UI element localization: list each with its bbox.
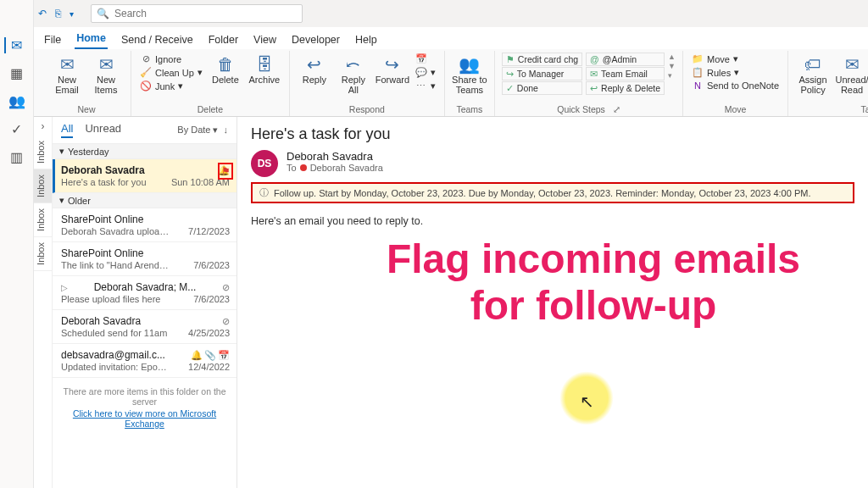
policy-icon: 🏷	[804, 54, 821, 75]
junk-button[interactable]: 🚫Junk ▾	[138, 80, 204, 92]
tab-developer[interactable]: Developer	[290, 30, 342, 49]
folder-inbox-2[interactable]: Inbox	[34, 169, 52, 203]
tab-help[interactable]: Help	[353, 30, 379, 49]
message-list-header: All Unread By Date ▾ ↓	[53, 117, 236, 144]
mention-icon: @	[590, 54, 599, 64]
message-item[interactable]: ▷ Deborah Savadra; M...⊘ Please upload f…	[53, 276, 236, 310]
group-label-new: New	[49, 104, 124, 116]
delete-button[interactable]: 🗑Delete	[208, 53, 243, 86]
quickstep-down[interactable]: ▼	[668, 62, 676, 70]
people-rail-icon[interactable]: 👥	[8, 93, 25, 109]
cleanup-icon: 🧹	[140, 67, 152, 78]
move-button[interactable]: 📁Move ▾	[690, 53, 781, 65]
move-icon: 📁	[692, 53, 704, 64]
message-item[interactable]: debsavadra@gmail.c...🔔📎📅 Updated invitat…	[53, 344, 236, 378]
onenote-icon: N	[692, 80, 704, 91]
cursor-icon: ↖	[580, 391, 594, 412]
check-icon: ⊘	[222, 282, 230, 293]
attach-icon: 📎	[204, 350, 216, 361]
sort-order[interactable]: ↓	[224, 125, 229, 136]
ribbon-group-tags: 🏷Assign Policy ✉Unread/ Read ◧Categorize…	[788, 51, 868, 116]
ribbon-tabs: File Home Send / Receive Folder View Dev…	[0, 27, 868, 49]
tab-send-receive[interactable]: Send / Receive	[120, 30, 195, 49]
calendar-rail-icon[interactable]: ▦	[10, 65, 23, 81]
message-item[interactable]: ⚑ Deborah Savadra🔔 Here's a task for you…	[53, 159, 236, 193]
reply-delete-icon: ↩	[590, 83, 598, 93]
search-box[interactable]: 🔍 Search	[91, 4, 303, 23]
quickstep-up[interactable]: ▲	[668, 53, 676, 61]
presence-icon	[300, 164, 307, 171]
archive-button[interactable]: 🗄Archive	[247, 53, 282, 86]
archive-icon: 🗄	[256, 54, 273, 75]
junk-icon: 🚫	[140, 80, 152, 92]
message-subject: Here's a task for you	[251, 125, 854, 143]
ribbon-group-new: ✉New Email ✉New Items New	[42, 51, 131, 116]
search-placeholder: Search	[114, 8, 147, 19]
filter-unread[interactable]: Unread	[85, 122, 121, 138]
more-rail-icon[interactable]: ▥	[10, 149, 23, 165]
message-item[interactable]: SharePoint Online The link to "Hand Aren…	[53, 242, 236, 276]
new-items-button[interactable]: ✉New Items	[88, 53, 124, 97]
quickstep-admin[interactable]: @@Admin	[586, 53, 665, 66]
forward-button[interactable]: ↪Forward	[375, 53, 410, 86]
qat-customize-icon[interactable]: ▾	[70, 9, 74, 19]
unread-icon: ✉	[845, 54, 860, 75]
ignore-icon: ⊘	[140, 53, 152, 64]
ignore-button[interactable]: ⊘Ignore	[138, 53, 204, 65]
im-button[interactable]: 💬▾	[414, 66, 437, 79]
group-yesterday[interactable]: ▾ Yesterday	[53, 144, 236, 159]
sort-by-date[interactable]: By Date ▾	[177, 125, 218, 136]
cleanup-button[interactable]: 🧹Clean Up ▾	[138, 66, 204, 79]
meeting-icon: 📅	[415, 53, 427, 64]
mail-rail-icon[interactable]: ✉	[4, 37, 22, 53]
undo-icon[interactable]: ↶	[38, 8, 47, 19]
more-icon: ⋯	[415, 80, 427, 92]
folder-inbox-3[interactable]: Inbox	[34, 203, 52, 237]
folder-inbox-1[interactable]: Inbox	[34, 136, 52, 169]
flag-indicator[interactable]: ⚑	[218, 163, 233, 180]
unread-read-button[interactable]: ✉Unread/ Read	[834, 53, 868, 97]
tab-view[interactable]: View	[252, 30, 278, 49]
followup-infobar: ⓘ Follow up. Start by Monday, October 23…	[251, 182, 854, 203]
info-icon: ⓘ	[259, 186, 269, 199]
more-respond-button[interactable]: ⋯▾	[414, 80, 437, 92]
group-label-quicksteps: Quick Steps ⤢	[502, 104, 676, 116]
forward-icon: ↪	[506, 69, 514, 79]
quickstep-done[interactable]: ✓Done	[502, 81, 582, 95]
reply-all-button[interactable]: ⤺Reply All	[336, 53, 371, 97]
group-label-move: Move	[690, 104, 781, 116]
todo-rail-icon[interactable]: ✓	[11, 121, 22, 137]
quickstep-expand[interactable]: ▾	[668, 71, 676, 80]
new-email-button[interactable]: ✉New Email	[49, 53, 85, 97]
tab-file[interactable]: File	[42, 30, 63, 49]
group-older[interactable]: ▾ Older	[53, 193, 236, 208]
tab-folder[interactable]: Folder	[207, 30, 240, 49]
group-label-tags: Tags	[795, 104, 868, 116]
share-teams-button[interactable]: 👥Share to Teams	[452, 53, 487, 97]
reading-pane: Here's a task for you DS Deborah Savadra…	[237, 117, 868, 488]
ribbon-group-delete: ⊘Ignore 🧹Clean Up ▾ 🚫Junk ▾ 🗑Delete 🗄Arc…	[131, 51, 290, 116]
filter-all[interactable]: All	[61, 122, 73, 138]
expand-button[interactable]: ›	[34, 117, 52, 136]
quickstep-replydel[interactable]: ↩Reply & Delete	[586, 81, 665, 95]
main-area: › Inbox Inbox Inbox Inbox All Unread By …	[34, 117, 868, 488]
bell-icon: 🔔	[191, 350, 203, 361]
team-icon: ✉	[590, 69, 598, 79]
reply-button[interactable]: ↩Reply	[297, 53, 332, 86]
qat-send-icon[interactable]: ⎘	[55, 8, 61, 19]
meeting-button[interactable]: 📅	[414, 53, 437, 65]
message-item[interactable]: Deborah Savadra⊘ Scheduled send for 11am…	[53, 310, 236, 344]
onenote-button[interactable]: NSend to OneNote	[690, 80, 781, 92]
flag-icon: ⚑	[506, 54, 515, 64]
view-more-link[interactable]: Click here to view more on Microsoft Exc…	[59, 408, 230, 429]
assign-policy-button[interactable]: 🏷Assign Policy	[795, 53, 831, 97]
message-item[interactable]: SharePoint Online Deborah Savadra upload…	[53, 208, 236, 242]
quickstep-credit[interactable]: ⚑Credit card chg	[502, 53, 582, 66]
rules-button[interactable]: 📋Rules ▾	[690, 66, 781, 79]
tab-home[interactable]: Home	[75, 29, 108, 49]
folder-inbox-4[interactable]: Inbox	[34, 237, 52, 271]
quickstep-team[interactable]: ✉Team Email	[586, 67, 665, 80]
recipient-line: To Deborah Savadra	[287, 163, 383, 173]
ribbon: ✉New Email ✉New Items New ⊘Ignore 🧹Clean…	[0, 49, 868, 117]
quickstep-manager[interactable]: ↪To Manager	[502, 67, 582, 80]
